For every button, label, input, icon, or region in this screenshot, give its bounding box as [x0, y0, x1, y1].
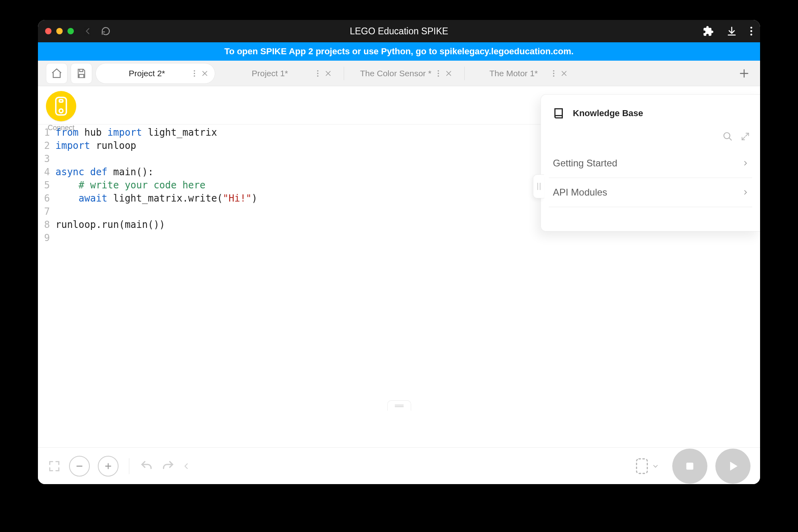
- svg-rect-17: [59, 100, 63, 102]
- kebab-menu-icon[interactable]: [750, 26, 753, 36]
- app-window: LEGO Education SPIKE To open SPIKE App 2…: [38, 20, 760, 484]
- fullscreen-window-button[interactable]: [67, 28, 74, 34]
- chevron-right-icon: [743, 188, 748, 196]
- svg-point-13: [553, 73, 554, 74]
- tab-separator: [344, 67, 344, 80]
- fullscreen-icon[interactable]: [48, 459, 61, 473]
- run-button[interactable]: [715, 449, 750, 484]
- kb-title: Knowledge Base: [573, 108, 643, 119]
- stop-button[interactable]: [672, 449, 707, 484]
- tab-color-sensor[interactable]: The Color Sensor *: [350, 63, 459, 84]
- expand-icon[interactable]: [741, 131, 750, 142]
- svg-point-0: [750, 27, 752, 29]
- tab-menu-icon[interactable]: [552, 69, 555, 78]
- svg-point-5: [194, 75, 195, 76]
- tab-menu-icon[interactable]: [317, 69, 319, 78]
- new-tab-button[interactable]: [736, 65, 752, 81]
- redo-icon[interactable]: [161, 459, 175, 473]
- zoom-out-button[interactable]: [69, 456, 90, 477]
- tab-label: Project 2*: [106, 69, 188, 78]
- legacy-banner: To open SPIKE App 2 projects or use Pyth…: [38, 42, 760, 61]
- svg-point-9: [438, 70, 439, 71]
- toolbar-separator: [129, 458, 129, 474]
- home-button[interactable]: [46, 63, 67, 84]
- slot-picker[interactable]: [635, 457, 659, 475]
- tab-motor-1[interactable]: The Motor 1*: [470, 63, 574, 84]
- tab-close-icon[interactable]: [445, 70, 452, 77]
- svg-point-7: [317, 73, 318, 74]
- tab-project-2[interactable]: Project 2*: [95, 63, 215, 84]
- tab-close-icon[interactable]: [201, 70, 208, 77]
- window-title: LEGO Education SPIKE: [38, 26, 760, 37]
- svg-point-6: [317, 70, 318, 71]
- svg-point-12: [553, 70, 554, 71]
- tab-close-icon[interactable]: [325, 70, 332, 77]
- minimize-window-button[interactable]: [56, 28, 63, 34]
- console-drag-handle[interactable]: [387, 400, 411, 411]
- tab-label: The Motor 1*: [481, 69, 547, 78]
- kb-item-getting-started[interactable]: Getting Started: [549, 149, 752, 178]
- search-icon[interactable]: [723, 131, 733, 142]
- tab-project-1[interactable]: Project 1*: [218, 63, 338, 84]
- tab-label: Project 1*: [229, 69, 311, 78]
- tab-strip: Project 2* Project 1* The Color Sensor *: [38, 61, 760, 86]
- tab-separator: [464, 67, 465, 80]
- extension-icon[interactable]: [703, 26, 714, 37]
- connect-label: Connect: [48, 124, 74, 132]
- connect-hub-button[interactable]: [46, 91, 76, 121]
- svg-point-2: [750, 34, 752, 36]
- svg-rect-20: [686, 463, 693, 470]
- svg-point-4: [194, 73, 195, 74]
- chevron-down-icon: [652, 463, 659, 469]
- svg-point-11: [438, 75, 439, 76]
- chevron-left-icon[interactable]: [183, 461, 190, 471]
- legacy-banner-text: To open SPIKE App 2 projects or use Pyth…: [224, 46, 574, 57]
- panel-collapse-handle[interactable]: [533, 174, 544, 198]
- download-icon[interactable]: [727, 26, 737, 36]
- svg-point-18: [724, 133, 730, 138]
- close-window-button[interactable]: [45, 28, 51, 34]
- svg-point-14: [553, 75, 554, 76]
- footer-toolbar: [38, 447, 760, 484]
- kb-item-label: Getting Started: [553, 158, 617, 169]
- titlebar: LEGO Education SPIKE: [38, 20, 760, 42]
- svg-point-8: [317, 75, 318, 76]
- svg-point-3: [194, 70, 195, 71]
- chevron-right-icon: [743, 159, 748, 167]
- tab-close-icon[interactable]: [560, 70, 568, 77]
- tab-menu-icon[interactable]: [193, 69, 196, 78]
- book-icon: [552, 107, 566, 120]
- line-gutter: 123 456 789: [38, 126, 50, 447]
- svg-rect-19: [637, 459, 648, 473]
- kb-item-api-modules[interactable]: API Modules: [549, 178, 752, 207]
- reload-icon[interactable]: [101, 26, 111, 36]
- svg-point-1: [750, 30, 752, 32]
- svg-point-16: [59, 109, 63, 113]
- editor-area: Connect 123 456 789 from hub import ligh…: [38, 86, 760, 447]
- window-controls: [45, 28, 74, 34]
- svg-point-10: [438, 73, 439, 74]
- save-button[interactable]: [71, 63, 92, 84]
- knowledge-base-panel: Knowledge Base Getting Started API Modul…: [541, 94, 760, 231]
- tab-menu-icon[interactable]: [437, 69, 440, 78]
- tab-label: The Color Sensor *: [360, 69, 432, 78]
- zoom-in-button[interactable]: [98, 456, 119, 477]
- back-icon[interactable]: [83, 27, 92, 36]
- undo-icon[interactable]: [140, 459, 153, 473]
- kb-item-label: API Modules: [553, 187, 607, 198]
